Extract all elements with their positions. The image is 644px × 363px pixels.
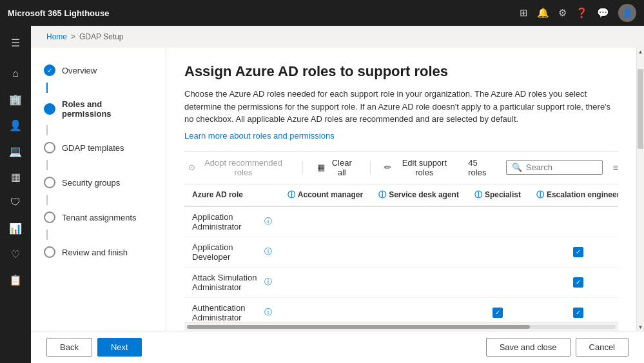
devices-icon[interactable]: 💻 <box>4 139 27 162</box>
step-indicator-gdap <box>44 142 55 153</box>
security-icon[interactable]: 🛡 <box>4 191 27 214</box>
scroll-up-arrow[interactable]: ▲ <box>637 48 644 55</box>
adopt-label: Adopt recommended roles <box>199 158 288 177</box>
col-account-manager: ⓘ Account manager <box>280 184 371 206</box>
reports-icon[interactable]: 📋 <box>4 268 27 291</box>
back-button[interactable]: Back <box>46 338 92 357</box>
col-specialist: ⓘ Specialist <box>467 184 529 206</box>
search-icon: 🔍 <box>512 162 522 172</box>
connector-4 <box>46 195 48 205</box>
connector-1 <box>46 83 48 93</box>
adopt-icon: ⊙ <box>188 162 195 172</box>
wizard-step-review[interactable]: Review and finish <box>41 242 155 262</box>
toolbar-sep-1 <box>302 161 303 174</box>
connector-5 <box>46 230 48 240</box>
wizard-sidebar: ✓ Overview Roles and permissions GDAP te… <box>31 48 166 331</box>
cancel-button[interactable]: Cancel <box>576 338 629 357</box>
step-label-overview: Overview <box>62 66 97 75</box>
step-indicator-roles <box>44 103 55 115</box>
info-icon-service[interactable]: ⓘ <box>378 190 386 201</box>
scroll-down-arrow[interactable]: ▼ <box>637 323 644 331</box>
step-label-review: Review and finish <box>62 248 128 257</box>
hamburger-icon[interactable]: ☰ <box>4 31 27 54</box>
clear-icon: ▦ <box>317 162 325 172</box>
role-info-icon[interactable]: ⓘ <box>264 307 272 318</box>
chat-icon[interactable]: 💬 <box>597 7 609 19</box>
step-label-roles: Roles and permissions <box>62 99 153 119</box>
wizard-step-tenant[interactable]: Tenant assignments <box>41 208 155 227</box>
main-content: Assign Azure AD roles to support roles C… <box>166 48 636 331</box>
scroll-track <box>187 325 616 329</box>
step-label-security: Security groups <box>62 178 120 188</box>
table-toolbar: ⊙ Adopt recommended roles ▦ Clear all ✏ … <box>184 151 618 184</box>
wizard-step-gdap[interactable]: GDAP templates <box>41 138 155 157</box>
wizard-step-roles[interactable]: Roles and permissions <box>41 95 155 123</box>
footer-right: Save and close Cancel <box>486 338 629 357</box>
bell-icon[interactable]: 🔔 <box>537 7 549 19</box>
checkbox[interactable]: ✓ <box>493 308 503 318</box>
page-title: Assign Azure AD roles to support roles <box>184 63 618 80</box>
step-indicator-tenant <box>44 211 55 223</box>
info-icon-specialist[interactable]: ⓘ <box>474 190 482 201</box>
role-name: Authentication Administrator <box>192 303 260 322</box>
col-escalation: ⓘ Escalation engineer <box>529 184 618 206</box>
clear-all-button[interactable]: ▦ Clear all <box>313 155 360 180</box>
topbar: Microsoft 365 Lighthouse ⊞ 🔔 ⚙ ❓ 💬 👤 <box>0 0 644 26</box>
roles-table: Azure AD role ⓘ Account manager <box>184 184 618 322</box>
table-row: Attack Simulation Administrator ⓘ ✓ <box>184 267 618 297</box>
role-name: Application Administrator <box>192 212 260 231</box>
search-box: 🔍 <box>506 160 603 175</box>
role-info-icon[interactable]: ⓘ <box>264 277 272 288</box>
step-indicator-security <box>44 177 55 188</box>
content-area: Home > GDAP Setup ✓ Overview Roles and p… <box>31 26 644 363</box>
apps-icon[interactable]: ▦ <box>4 165 27 188</box>
home-icon[interactable]: ⌂ <box>4 62 27 85</box>
checkbox[interactable]: ✓ <box>573 277 583 288</box>
search-input[interactable] <box>526 162 597 172</box>
checkbox[interactable]: ✓ <box>573 308 583 318</box>
adopt-recommended-button[interactable]: ⊙ Adopt recommended roles <box>184 155 292 180</box>
table-row: Application Developer ⓘ ✓ <box>184 237 618 267</box>
save-close-button[interactable]: Save and close <box>486 338 571 357</box>
role-name: Attack Simulation Administrator <box>192 273 260 292</box>
roles-count: 45 roles <box>468 158 496 177</box>
edit-support-roles-button[interactable]: ✏ Edit support roles <box>380 155 458 180</box>
table-row: Application Administrator ⓘ ✓ <box>184 206 618 237</box>
info-icon-escalation[interactable]: ⓘ <box>536 190 544 201</box>
leftnav: ☰ ⌂ 🏢 👤 💻 ▦ 🛡 📊 ♡ 📋 <box>0 26 31 363</box>
data-icon[interactable]: 📊 <box>4 217 27 240</box>
avatar[interactable]: 👤 <box>618 4 636 22</box>
checkbox[interactable]: ✓ <box>573 247 583 257</box>
next-button[interactable]: Next <box>97 338 142 357</box>
col-service-desk: ⓘ Service desk agent <box>371 184 467 206</box>
breadcrumb-current: GDAP Setup <box>79 32 123 41</box>
role-info-icon[interactable]: ⓘ <box>264 216 272 227</box>
users-icon[interactable]: 👤 <box>4 113 27 137</box>
question-icon[interactable]: ❓ <box>576 7 588 19</box>
role-name: Application Developer <box>192 242 260 262</box>
wizard-step-overview[interactable]: ✓ Overview <box>41 61 155 80</box>
info-icon-account[interactable]: ⓘ <box>288 190 295 201</box>
scroll-thumb <box>187 325 530 329</box>
step-indicator-overview: ✓ <box>44 64 55 76</box>
table-header-row: Azure AD role ⓘ Account manager <box>184 184 618 206</box>
clear-label: Clear all <box>328 158 356 177</box>
tenants-icon[interactable]: 🏢 <box>4 88 27 111</box>
app-title: Microsoft 365 Lighthouse <box>8 8 520 18</box>
horizontal-scrollbar[interactable] <box>184 322 618 331</box>
role-info-icon[interactable]: ⓘ <box>264 246 272 257</box>
filter-icon[interactable]: ≡ <box>613 162 618 173</box>
gear-icon[interactable]: ⚙ <box>558 7 567 19</box>
topbar-icons: ⊞ 🔔 ⚙ ❓ 💬 👤 <box>520 4 636 22</box>
step-label-gdap: GDAP templates <box>62 143 124 153</box>
connector-2 <box>46 125 48 135</box>
compliance-icon[interactable]: ♡ <box>4 242 27 266</box>
grid-icon[interactable]: ⊞ <box>520 7 528 19</box>
step-label-tenant: Tenant assignments <box>62 213 137 222</box>
page-body: ✓ Overview Roles and permissions GDAP te… <box>31 48 644 331</box>
footer: Back Next Save and close Cancel <box>31 331 644 363</box>
wizard-step-security[interactable]: Security groups <box>41 173 155 192</box>
learn-more-link[interactable]: Learn more about roles and permissions <box>184 131 618 141</box>
vertical-scrollbar[interactable]: ▲ ▼ <box>636 48 644 331</box>
breadcrumb-home[interactable]: Home <box>46 32 67 41</box>
